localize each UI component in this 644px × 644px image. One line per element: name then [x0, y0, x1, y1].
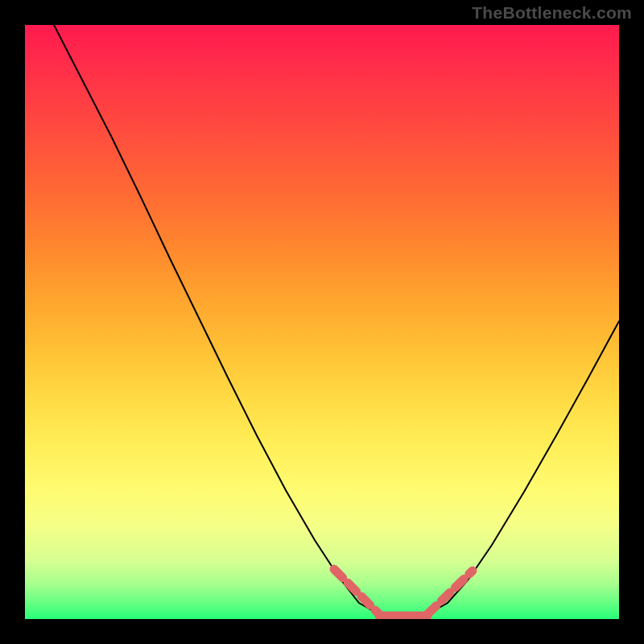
- curve-layer: [25, 25, 619, 619]
- watermark-label: TheBottleneck.com: [472, 3, 632, 23]
- left-marker-band: [334, 569, 379, 614]
- plot-area: [25, 25, 619, 619]
- bottleneck-curve: [54, 25, 619, 617]
- chart-container: TheBottleneck.com: [0, 0, 644, 644]
- right-marker-band: [427, 571, 473, 614]
